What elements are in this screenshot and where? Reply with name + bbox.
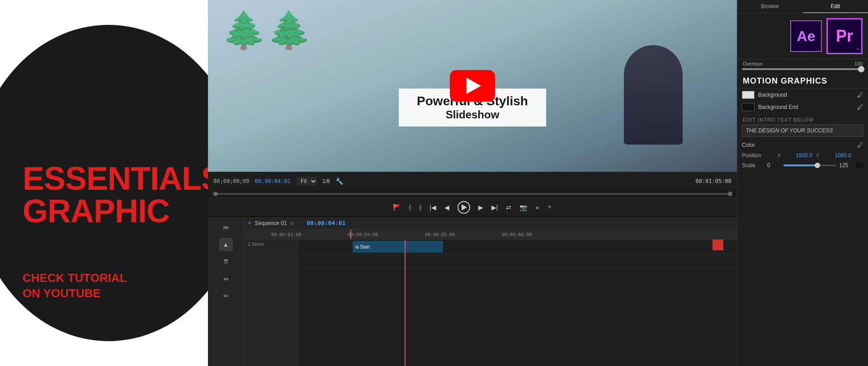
time-left-display: 00;00;00;00 xyxy=(213,178,249,184)
timeline-ruler[interactable]: 00:00:03:00 00:00:04:00 00:00:05:00 00:0… xyxy=(244,230,737,239)
timeline-track-v3: 🔒 V3 👁 xyxy=(244,254,737,268)
background-end-label: Background End xyxy=(758,104,854,110)
scale-value: 80 xyxy=(855,161,863,169)
timeline-track-v4: 🔒 V4 👁 ia Start xyxy=(244,239,737,254)
scale-fill xyxy=(783,164,817,166)
title-line1: QUICK xyxy=(23,65,208,97)
transport-bar: 🚩 ⟨ ⟩ |◀ ◀ ▶ ▶| ⇄ 📷 » + xyxy=(208,198,737,216)
background-end-row: Background End 🖊 xyxy=(737,101,868,113)
color-row: Color 🖊 xyxy=(737,140,868,151)
red-marker xyxy=(712,239,723,250)
add-track-icon[interactable]: + xyxy=(547,202,552,212)
position-row: Position X 1920.0 Y 1080.0 xyxy=(737,151,868,160)
tab-edit[interactable]: Edit xyxy=(803,0,868,13)
ae-text: Ae xyxy=(797,28,816,45)
video-container[interactable]: 🌲🌲 Powerful & Stylish Slideshow xyxy=(208,0,737,172)
title-line6: PANEL xyxy=(23,227,208,260)
right-tabs: Browse Edit xyxy=(737,0,868,14)
scrubber-track[interactable] xyxy=(212,193,732,195)
mark-in-icon[interactable]: ⟨ xyxy=(409,204,411,211)
prev-frame-icon[interactable]: ◀ xyxy=(444,204,449,211)
background-end-eyedropper-icon[interactable]: 🖊 xyxy=(857,103,863,111)
track-v4-clip[interactable]: ia Start xyxy=(353,241,443,253)
next-frame-icon[interactable]: ▶ xyxy=(478,204,483,211)
subtitle-youtube: YOUTUBE xyxy=(43,286,101,300)
intro-text-field[interactable]: THE DESIGN OF YOUR SUCCESS xyxy=(742,124,863,137)
subtitle-text1: CHECK TUTORIAL xyxy=(23,271,127,285)
add-marker-icon[interactable]: 📷 xyxy=(519,204,527,211)
tab-browse[interactable]: Browse xyxy=(737,0,803,13)
after-effects-logo: Ae xyxy=(790,20,822,52)
logos-row: Ae Pr → xyxy=(737,14,868,59)
subtitle: CHECK TUTORIAL ON YOUTUBE xyxy=(23,271,208,301)
left-panel: QUICK SETTING WITH THE ESSENTIALS GRAPHI… xyxy=(0,0,208,366)
track-v4-content[interactable]: ia Start xyxy=(298,239,737,253)
title-line3: WITH THE xyxy=(23,130,208,162)
timeline-area: ≫ ▲ ⇈ ⇔ ✏ × Sequence 01 ≡ 00:00:04:01 00… xyxy=(208,216,737,366)
position-y-value: 1080.0 xyxy=(829,152,851,159)
overlays-slider[interactable] xyxy=(742,68,863,70)
scale-slider[interactable] xyxy=(783,164,836,166)
pen-tool[interactable]: ✏ xyxy=(219,289,233,303)
play-icon xyxy=(462,204,467,211)
overlays-row: Overlays 100 xyxy=(737,59,868,68)
ripple-icon[interactable]: ⇄ xyxy=(506,204,511,211)
goto-in-icon[interactable]: |◀ xyxy=(429,204,436,211)
video-preview: 🌲🌲 Powerful & Stylish Slideshow 00;00;00… xyxy=(208,0,737,216)
overlay-line2: Slideshow xyxy=(417,108,528,121)
premiere-pro-logo: Pr → xyxy=(826,18,863,54)
more-controls-icon[interactable]: » xyxy=(535,204,539,211)
play-triangle-icon xyxy=(467,78,481,94)
color-label: Color xyxy=(742,142,854,148)
scrubber-end-dot xyxy=(728,192,732,196)
ruler-mark-4: 00:00:06:00 xyxy=(502,232,532,237)
close-sequence-icon[interactable]: × xyxy=(248,220,251,226)
timeline-current-time: 00:00:04:01 xyxy=(307,220,346,226)
scale-num1: 0 xyxy=(767,162,781,169)
ripple-edit-tool[interactable]: ⇈ xyxy=(219,255,233,268)
flag-icon[interactable]: 🚩 xyxy=(393,204,401,211)
background-end-swatch[interactable] xyxy=(742,103,755,111)
sequence-menu-icon[interactable]: ≡ xyxy=(290,220,294,227)
edit-intro-label: EDIT INTRO TEXT BELOW xyxy=(737,113,868,124)
fit-selector[interactable]: Fit xyxy=(296,177,317,186)
background-row: Background 🖊 xyxy=(737,89,868,101)
slip-tool[interactable]: ⇔ xyxy=(219,272,233,286)
scrubber-start-dot xyxy=(213,192,218,196)
title-line5: GRAPHIC xyxy=(23,195,208,227)
intro-text-value: THE DESIGN OF YOUR SUCCESS xyxy=(746,127,833,134)
collapse-icon[interactable]: ≫ xyxy=(219,221,233,234)
position-x-key: X xyxy=(777,153,786,158)
scale-label: Scale xyxy=(742,162,764,169)
video-scrubber[interactable] xyxy=(208,190,737,198)
track-v3-content[interactable] xyxy=(298,254,737,268)
pr-arrow-icon: → xyxy=(855,46,860,52)
items-count-text: 2 Items xyxy=(248,241,264,247)
video-figure xyxy=(624,45,683,145)
timeline-toolbar: ≫ ▲ ⇈ ⇔ ✏ xyxy=(208,217,244,366)
main-area: 🌲🌲 Powerful & Stylish Slideshow 00;00;00… xyxy=(208,0,737,366)
scale-row: Scale 0 125 80 xyxy=(737,160,868,171)
subtitle-text2: ON xyxy=(23,286,43,300)
wrench-icon[interactable]: 🔧 xyxy=(335,178,343,185)
overlays-thumb xyxy=(858,66,864,72)
ruler-mark-2: 00:00:04:00 xyxy=(348,232,378,237)
background-swatch[interactable] xyxy=(742,91,755,99)
goto-out-icon[interactable]: ▶| xyxy=(491,204,498,211)
background-label: Background xyxy=(758,92,854,98)
position-x-value: 1920.0 xyxy=(790,152,812,159)
time-total-display: 00:01:05:00 xyxy=(696,178,731,184)
sequence-name: Sequence 01 xyxy=(255,220,287,226)
play-button[interactable] xyxy=(450,70,495,102)
tab-browse-label: Browse xyxy=(761,3,779,9)
play-transport-button[interactable] xyxy=(458,201,470,214)
color-eyedropper-icon[interactable]: 🖊 xyxy=(857,141,863,149)
scale-num3: 125 xyxy=(839,162,853,169)
select-tool[interactable]: ▲ xyxy=(219,238,233,251)
background-eyedropper-icon[interactable]: 🖊 xyxy=(857,91,863,99)
ruler-mark-1: 00:00:03:00 xyxy=(271,232,301,237)
mark-out-icon[interactable]: ⟩ xyxy=(419,204,421,211)
timeline-tracks-body: 2 Items 🔒 V4 👁 ia Start xyxy=(244,239,737,366)
title-line4: ESSENTIALS xyxy=(23,162,208,195)
ruler-mark-3: 00:00:05:00 xyxy=(425,232,455,237)
